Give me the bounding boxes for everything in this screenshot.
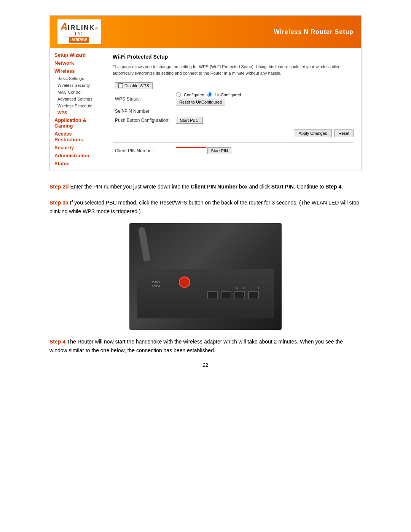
step-3a-section: Step 3a If you selected PBC method, clic… (49, 198, 362, 216)
reset-unconfigured-button[interactable]: Reset to UnConfigured (176, 99, 225, 105)
sidebar-item-wireless-security[interactable]: Wireless Security (50, 82, 105, 89)
wps-status-label: WPS Status: (113, 91, 174, 107)
wps-form-table: Disable WPS WPS Status: Configured UnCon… (113, 81, 354, 125)
push-button-row: Push Button Configuration: Start PBC (113, 115, 354, 125)
step-2d-text4: . (341, 184, 343, 190)
sidebar-item-mac-control[interactable]: MAC Control (50, 89, 105, 96)
step-2d-label: Step 2d (49, 184, 69, 190)
configured-label: Configured (184, 93, 204, 97)
logo-area: A IRLINK ® 101 AR675W (57, 19, 101, 44)
step-4-body: The Router will now start the handshake … (49, 339, 343, 353)
wps-status-radio-group: Configured UnConfigured (176, 92, 351, 97)
step-4-label: Step 4 (49, 339, 65, 345)
step-2d-text3: . Continue to (294, 184, 325, 190)
page-number: 22 (49, 362, 362, 368)
router-image-section: Radio ON/O 4 3 2 1 (49, 223, 362, 330)
sidebar-item-basic-settings[interactable]: Basic Settings (50, 75, 105, 82)
apply-changes-button[interactable]: Apply Changes (294, 129, 332, 137)
reset-wps-button-circle (179, 276, 190, 288)
sidebar-item-security[interactable]: Security (50, 144, 105, 152)
step-2d-text: Step 2d Enter the PIN number you just wr… (49, 182, 362, 191)
configured-radio[interactable] (176, 92, 181, 97)
client-pin-input[interactable] (176, 147, 206, 154)
model-badge: AR675W (69, 37, 89, 43)
antenna (138, 227, 150, 262)
disable-wps-row: Disable WPS (113, 81, 354, 91)
reset-button[interactable]: Reset (334, 129, 354, 137)
sidebar-item-network[interactable]: Network (50, 59, 105, 67)
ports-row (207, 291, 259, 299)
router-ui-panel: A IRLINK ® 101 AR675W Wireless N Router … (49, 15, 362, 171)
sidebar-item-advanced-settings[interactable]: Advanced Settings (50, 96, 105, 102)
step-2d-bold2: Start PIN (271, 184, 294, 190)
logo-reg: ® (95, 27, 98, 31)
client-pin-table: Client PIN Number: Start PIN (113, 146, 354, 156)
logo-tagline: 101 (74, 32, 84, 36)
step-2d-text2: box and click (237, 184, 271, 190)
step-4-text: Step 4 The Router will now start the han… (49, 337, 362, 355)
port-num-3: 3 (243, 286, 245, 290)
logo-a: A (61, 21, 68, 33)
sidebar-item-application-gaming[interactable]: Application & Gaming (50, 116, 105, 130)
step-3a-text: Step 3a If you selected PBC method, clic… (49, 198, 362, 216)
step-4-section: Step 4 The Router will now start the han… (49, 337, 362, 355)
router-image: Radio ON/O 4 3 2 1 (129, 223, 282, 330)
unconfigured-label: UnConfigured (215, 93, 241, 97)
sidebar: Setup Wizard Network Wireless Basic Sett… (50, 48, 105, 171)
sidebar-item-access-restrictions[interactable]: Access Restrictions (50, 130, 105, 144)
client-pin-label: Client PIN Number: (113, 146, 174, 156)
sidebar-item-setup-wizard[interactable]: Setup Wizard (50, 51, 105, 59)
router-header: A IRLINK ® 101 AR675W Wireless N Router … (50, 16, 361, 48)
router-label: Radio ON/O (152, 280, 160, 288)
step-2d-bold3: Step 4 (325, 184, 341, 190)
self-pin-row: Self-PIN Number: (113, 107, 354, 115)
unconfigured-radio[interactable] (207, 92, 212, 97)
action-row: Apply Changes Reset (113, 127, 354, 139)
port-num-4: 4 (236, 286, 238, 290)
disable-wps-checkbox[interactable] (118, 83, 123, 88)
step-3a-body: If you selected PBC method, click the Re… (49, 200, 359, 214)
port-num-2: 2 (250, 286, 252, 290)
wps-status-row: WPS Status: Configured UnConfigured Rese… (113, 91, 354, 107)
logo-irlink: IRLINK (68, 24, 95, 32)
port-2 (234, 291, 245, 299)
router-img-inner: Radio ON/O 4 3 2 1 (129, 223, 282, 330)
header-title: Wireless N Router Setup (274, 29, 354, 35)
main-content: Wi-Fi Protected Setup This page allows y… (105, 48, 361, 171)
step-2d-text1: Enter the PIN number you just wrote down… (69, 184, 191, 190)
client-pin-row: Client PIN Number: Start PIN (113, 146, 354, 156)
port-1 (248, 291, 259, 299)
port-numbers: 4 3 2 1 (236, 286, 260, 290)
disable-wps-button[interactable]: Disable WPS (115, 82, 153, 89)
sidebar-item-administration[interactable]: Administration (50, 152, 105, 160)
step-2d-bold1: Client PIN Number (191, 184, 237, 190)
push-button-label: Push Button Configuration: (113, 115, 174, 125)
page-title: Wi-Fi Protected Setup (113, 54, 354, 60)
disable-wps-label: Disable WPS (124, 83, 149, 88)
start-pin-button[interactable]: Start PIN (207, 147, 231, 154)
self-pin-value (174, 107, 354, 115)
sidebar-item-status[interactable]: Status (50, 160, 105, 168)
self-pin-label: Self-PIN Number: (113, 107, 174, 115)
divider (113, 142, 354, 143)
step-3a-label: Step 3a (49, 200, 68, 206)
sidebar-item-wireless-schedule[interactable]: Wireless Schedule (50, 102, 105, 109)
sidebar-item-wps[interactable]: WPS (50, 109, 105, 116)
port-num-1: 1 (258, 286, 260, 290)
description: This page allows you to change the setti… (113, 64, 354, 76)
sidebar-item-wireless[interactable]: Wireless (50, 67, 105, 75)
router-body-shape: Radio ON/O 4 3 2 1 (137, 269, 274, 318)
start-pbc-button[interactable]: Start PBC (176, 117, 203, 124)
router-body: Setup Wizard Network Wireless Basic Sett… (50, 48, 361, 171)
port-4 (207, 291, 218, 299)
port-3 (221, 291, 231, 299)
step-2d-section: Step 2d Enter the PIN number you just wr… (49, 182, 362, 191)
